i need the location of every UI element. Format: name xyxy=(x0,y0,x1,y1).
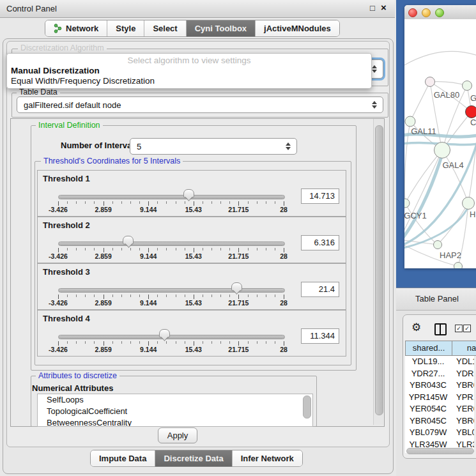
table-cell[interactable]: YDL1 xyxy=(451,356,474,368)
number-of-intervals-combobox[interactable]: 5 xyxy=(130,138,297,155)
slider-track[interactable] xyxy=(58,288,285,293)
table-cell[interactable]: YDL19... xyxy=(405,356,451,368)
close-icon[interactable]: × xyxy=(381,2,387,13)
slider-tick-label: 2.859 xyxy=(95,206,111,213)
table-row[interactable]: YDL19...YDL1 xyxy=(405,356,474,368)
table-cell[interactable]: YER0 xyxy=(451,403,474,415)
slider-tick xyxy=(94,248,95,250)
threshold-value-field[interactable]: 21.4 xyxy=(301,282,339,297)
column-header-shared-name[interactable]: shared... xyxy=(405,341,452,356)
table-cell[interactable]: YBR0 xyxy=(451,380,474,392)
zoom-traffic-light-icon[interactable] xyxy=(435,8,444,17)
table-row[interactable]: YPR145WYPR1 xyxy=(405,392,474,404)
threshold-value-field[interactable]: 14.713 xyxy=(301,188,339,204)
checkbox-icon[interactable]: ✓ xyxy=(463,325,471,332)
table-row[interactable]: YER054CYER0 xyxy=(405,403,474,415)
threshold-value-field[interactable]: 6.316 xyxy=(301,235,339,250)
network-edge[interactable] xyxy=(405,150,442,203)
slider-track[interactable] xyxy=(58,335,285,339)
network-node[interactable] xyxy=(404,199,410,208)
split-columns-icon[interactable] xyxy=(434,323,447,335)
table-row[interactable]: YBR045CYBR0 xyxy=(405,415,474,427)
network-node[interactable] xyxy=(426,77,435,87)
network-node[interactable] xyxy=(434,142,450,158)
table-cell[interactable]: YPR145W xyxy=(405,392,451,404)
gear-icon[interactable]: ⚙ xyxy=(411,321,421,334)
table-cell[interactable]: YER054C xyxy=(405,403,451,415)
tab-select[interactable]: Select xyxy=(144,20,186,36)
threshold-label: Threshold 3 xyxy=(43,267,90,277)
table-cell[interactable]: YBR0 xyxy=(451,415,474,427)
slider-tick xyxy=(58,248,59,252)
tab-discretize-data[interactable]: Discretize Data xyxy=(155,450,232,466)
table-cell[interactable]: YPR1 xyxy=(451,392,474,404)
list-item[interactable]: TopologicalCoefficient xyxy=(38,406,312,417)
table-cell[interactable]: YDR2 xyxy=(451,368,474,380)
table-row[interactable]: YDR27...YDR2 xyxy=(405,368,474,380)
slider-tick-label: 21.715 xyxy=(228,346,249,353)
close-traffic-light-icon[interactable] xyxy=(408,8,417,17)
network-node[interactable] xyxy=(405,116,415,127)
tab-network[interactable]: Network xyxy=(45,20,107,36)
slider-tick xyxy=(157,248,158,250)
slider-track[interactable] xyxy=(58,242,285,246)
slider-tick xyxy=(94,295,95,297)
numerical-attributes-list[interactable]: SelfLoopsTopologicalCoefficientBetweenne… xyxy=(37,394,313,427)
slider-tick xyxy=(139,248,140,250)
table-cell[interactable]: YBR043C xyxy=(405,380,451,392)
slider-tick xyxy=(112,201,113,204)
list-item[interactable]: SelfLoops xyxy=(38,394,312,406)
tab-impute-data[interactable]: Impute Data xyxy=(91,450,155,466)
combo-stepper-icon xyxy=(286,142,291,150)
checkbox-icon[interactable]: ✓ xyxy=(455,325,463,332)
threshold-label: Threshold 1 xyxy=(43,174,90,183)
network-node[interactable] xyxy=(466,106,476,118)
dropdown-option-manual[interactable]: Manual Discretization xyxy=(11,66,100,75)
float-window-icon[interactable]: □ xyxy=(370,3,375,13)
table-cell[interactable]: YBR045C xyxy=(405,415,451,427)
vertical-scrollbar-thumb[interactable] xyxy=(375,125,383,415)
slider-tick xyxy=(130,295,131,297)
tab-cyni-toolbox[interactable]: Cyni Toolbox xyxy=(187,20,256,36)
network-node[interactable] xyxy=(463,81,472,91)
tab-infer-network[interactable]: Infer Network xyxy=(233,450,302,466)
table-cell[interactable]: YDR27... xyxy=(405,368,451,380)
threshold-value-field[interactable]: 11.344 xyxy=(301,328,339,344)
network-edge[interactable] xyxy=(410,82,430,121)
tab-jactivemnodules[interactable]: jActiveMNodules xyxy=(256,20,339,36)
table-row[interactable]: YBR043CYBR0 xyxy=(405,380,474,392)
minimize-traffic-light-icon[interactable] xyxy=(422,8,431,17)
slider-tick xyxy=(58,201,59,206)
table-cell[interactable]: YBL0 xyxy=(451,427,474,439)
slider-thumb[interactable] xyxy=(123,236,134,245)
slider-thumb[interactable] xyxy=(183,189,194,198)
slider-tick xyxy=(104,201,104,206)
slider-track[interactable] xyxy=(58,195,285,199)
table-data-combobox[interactable]: galFiltered.sif default node xyxy=(17,96,383,113)
slider-thumb[interactable] xyxy=(159,329,170,338)
dropdown-option-equal-width[interactable]: Equal Width/Frequency Discretization xyxy=(11,76,155,86)
slider-tick xyxy=(266,295,266,297)
network-view-window[interactable]: GAL80GACGAL11GAL4GCY1HHAP2 xyxy=(404,5,476,268)
slider-tick xyxy=(176,201,176,204)
slider-tick xyxy=(248,341,249,344)
slider-tick xyxy=(238,295,239,299)
network-node[interactable] xyxy=(434,241,442,249)
slider-tick-label: -3.426 xyxy=(49,299,68,307)
slider-tick xyxy=(248,248,249,250)
slider-thumb[interactable] xyxy=(231,282,242,291)
slider-tick-label: 21.715 xyxy=(228,299,249,307)
slider-tick xyxy=(67,295,68,297)
column-header-name[interactable]: na xyxy=(452,341,476,356)
apply-button[interactable]: Apply xyxy=(158,427,197,443)
tab-style[interactable]: Style xyxy=(107,20,144,36)
network-node[interactable] xyxy=(463,197,475,210)
network-canvas[interactable]: GAL80GACGAL11GAL4GCY1HHAP2 xyxy=(404,19,476,268)
table-cell[interactable]: YBL079W xyxy=(405,427,451,439)
list-item[interactable]: BetweennessCentrality xyxy=(38,417,312,427)
table-row[interactable]: YBL079WYBL0 xyxy=(405,427,474,439)
network-edge[interactable] xyxy=(404,51,476,69)
horizontal-scrollbar-thumb[interactable] xyxy=(406,448,474,454)
attributes-list-scrollbar-thumb[interactable] xyxy=(303,395,311,418)
network-node[interactable] xyxy=(454,263,463,269)
